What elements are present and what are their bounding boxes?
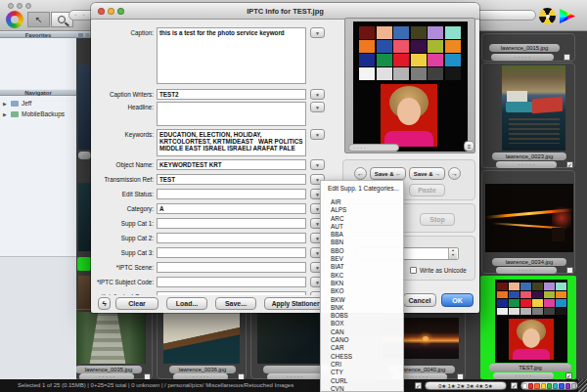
snapshot-lightning-button[interactable]: ϟ	[98, 297, 111, 310]
menu-item[interactable]: BKO	[321, 287, 404, 295]
disclosure-icon[interactable]: ▶	[3, 111, 7, 117]
menu-item[interactable]: CAN	[321, 328, 404, 336]
sidebar-item-mobilebackups[interactable]: ▶ MobileBackups	[3, 109, 73, 118]
menu-item[interactable]: CVN	[321, 385, 404, 392]
menu-item[interactable]: CTY	[321, 369, 404, 376]
next-image-button[interactable]: →	[448, 167, 461, 180]
tag-checkbox[interactable]	[566, 267, 573, 274]
menu-item[interactable]: ARC	[321, 215, 404, 223]
star-rating-filter[interactable]: 0★ 1★ 2★ 3★ 4★ 5★	[425, 381, 507, 390]
thumbnail-cell[interactable]: lawrence_0036.jpg · · · · ·	[157, 309, 247, 379]
menu-item[interactable]: BOX	[321, 320, 404, 327]
rating-bar[interactable]: · · · · ·	[491, 54, 554, 61]
disclosure-icon[interactable]: ▶	[3, 101, 7, 107]
menu-item[interactable]: CURL	[321, 377, 404, 385]
menu-item[interactable]: BOBS	[321, 312, 404, 320]
color-chip	[565, 383, 570, 389]
transmission-ref-input[interactable]	[157, 174, 306, 185]
folder-icon	[11, 101, 19, 107]
color-class-filter[interactable]	[520, 381, 578, 390]
rating-bar[interactable]: · · · · ·	[496, 161, 557, 168]
folder-mini-icon[interactable]	[78, 33, 83, 37]
load-button[interactable]: Load...	[166, 297, 207, 310]
menu-item[interactable]: BEV	[321, 255, 404, 263]
clear-button[interactable]: Clear	[115, 297, 158, 310]
main-minimize-button[interactable]	[17, 3, 23, 9]
preview-zoom-slider[interactable]: · · · ·	[348, 144, 399, 152]
menu-item[interactable]: AUT	[321, 223, 404, 231]
menu-item[interactable]: AIR	[321, 198, 404, 206]
menu-item[interactable]: BIAT	[321, 263, 404, 271]
supp-cat-2-input[interactable]	[157, 233, 306, 243]
caption-input[interactable]: this is a test for the photo service key…	[157, 27, 306, 84]
thumbnail-filename: lawrence_0023.jpg	[492, 152, 566, 160]
headline-dropdown-button[interactable]: ▼	[310, 102, 325, 112]
rating-bar[interactable]: · · · · ·	[493, 372, 554, 379]
main-close-button[interactable]	[8, 3, 14, 9]
thumbnail-sliver[interactable]	[78, 65, 91, 150]
menu-item[interactable]: CHESS	[321, 353, 404, 361]
rating-bar[interactable]: · · · · ·	[496, 267, 557, 274]
tag-checkbox[interactable]: ✓	[566, 161, 573, 168]
tag-checkbox[interactable]	[564, 54, 570, 61]
save-and-prev-button[interactable]: Save & ←	[370, 167, 406, 180]
stop-button[interactable]: Stop	[420, 213, 455, 226]
status-bar: Selected 1 of 25 (0.15MB) | 0+25=25 tota…	[0, 379, 587, 392]
thumbnail-cell[interactable]: lawrence_0023.jpg · · · · · ✓	[481, 63, 575, 168]
menu-item[interactable]: ALPS	[321, 206, 404, 214]
caption-writers-dropdown-button[interactable]: ▼	[310, 89, 325, 100]
save-and-next-button[interactable]: Save & →	[409, 167, 445, 180]
menu-item[interactable]: BBN	[321, 239, 404, 246]
favorites-list[interactable]	[0, 38, 76, 89]
thumbnail-sliver[interactable]	[78, 183, 91, 251]
radioactive-filter-icon[interactable]	[539, 8, 556, 24]
field-row-transmission-ref: Transmission Ref: ▼	[94, 174, 329, 185]
supp-cat-3-input[interactable]	[157, 247, 306, 258]
cancel-button[interactable]: Cancel	[403, 293, 436, 307]
paste-button[interactable]: Paste	[409, 184, 445, 196]
headline-input[interactable]	[157, 102, 306, 126]
color-wheel-icon[interactable]	[560, 9, 575, 23]
menu-item[interactable]: CRI	[321, 361, 404, 369]
caption-writers-input[interactable]	[157, 89, 306, 100]
color-chip	[528, 383, 533, 389]
menu-item[interactable]: CAR	[321, 344, 404, 352]
resize-grip[interactable]	[578, 379, 587, 392]
color-chip	[497, 291, 508, 299]
menu-item[interactable]: BKC	[321, 272, 404, 280]
thumbnail-cell[interactable]: lawrence_0034.jpg · · · · ·	[481, 170, 575, 274]
menu-item[interactable]: BKN	[321, 280, 404, 287]
menu-item[interactable]: BBA	[321, 231, 404, 239]
iptc-scene-input[interactable]	[157, 262, 306, 273]
cursor-tool-button[interactable]: ↖	[27, 12, 50, 27]
edit-categories-menu-item[interactable]: Edit Supp. 1 Categories...	[321, 181, 403, 192]
add-mini-icon[interactable]	[85, 33, 90, 37]
tag-checkbox[interactable]: ✓	[565, 372, 572, 379]
keywords-input[interactable]: EDUCATION, ELECTION, HOLIDAY, KRTCOLORTE…	[157, 129, 306, 156]
category-input[interactable]	[157, 203, 306, 214]
object-name-input[interactable]	[157, 159, 306, 170]
write-unicode-checkbox[interactable]	[410, 267, 417, 274]
menu-item[interactable]: BNK	[321, 304, 404, 312]
edit-status-input[interactable]	[157, 189, 306, 199]
thumbnail-cell-selected[interactable]: TEST.jpg · · · · · ✓	[480, 276, 576, 379]
supp-cat-1-input[interactable]	[157, 218, 306, 229]
keywords-dropdown-button[interactable]: ▼	[310, 129, 325, 140]
menu-item[interactable]: BBO	[321, 247, 404, 255]
main-zoom-button[interactable]	[25, 3, 31, 9]
save-button[interactable]: Save...	[215, 297, 256, 310]
star-filter-checkbox[interactable]: ✓	[415, 382, 422, 389]
face-art	[522, 328, 540, 348]
preview-image[interactable]	[353, 22, 468, 152]
menu-item[interactable]: CANO	[321, 336, 404, 344]
preview-options-button[interactable]: ≡	[464, 141, 474, 152]
color-filter-checkbox[interactable]: ✓	[511, 382, 518, 389]
iptc-subject-code-input[interactable]	[157, 277, 306, 287]
menu-item[interactable]: BKW	[321, 296, 404, 304]
prev-image-button[interactable]: ←	[354, 167, 367, 180]
ok-button[interactable]: OK	[441, 293, 474, 307]
caption-dropdown-button[interactable]: ▼	[310, 27, 325, 38]
object-name-dropdown-button[interactable]: ▼	[310, 159, 325, 170]
color-chip	[544, 283, 555, 290]
sidebar-item-jeff[interactable]: ▶ Jeff	[3, 99, 73, 108]
